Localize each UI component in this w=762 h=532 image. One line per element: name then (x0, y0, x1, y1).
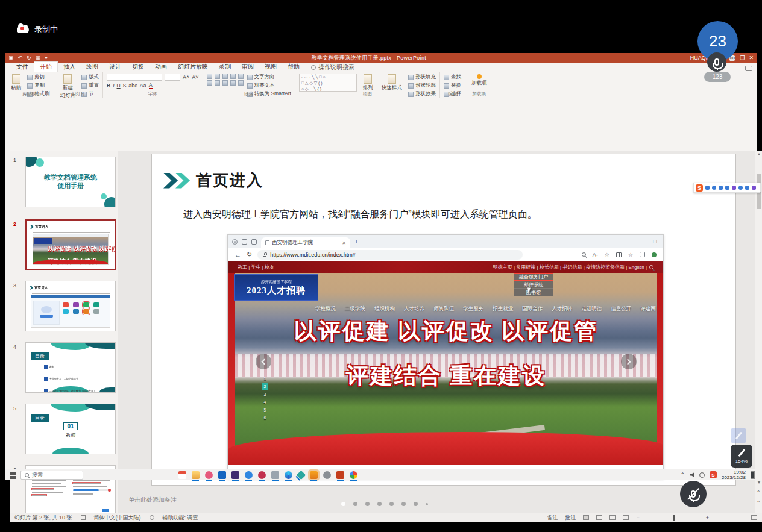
previous-slide-button[interactable]: ⌃ (755, 489, 762, 496)
slide-sorter-icon[interactable] (596, 515, 602, 520)
copy-button[interactable]: 复制 (27, 82, 50, 89)
save-icon[interactable]: ▣ (8, 55, 14, 61)
tab-insert[interactable]: 插入 (58, 62, 81, 72)
tab-animations[interactable]: 动画 (150, 62, 172, 72)
cut-button[interactable]: 剪切 (27, 74, 50, 81)
tab-help[interactable]: 帮助 (282, 62, 305, 72)
record-icon[interactable]: ▦ (36, 55, 41, 61)
ime-mic-icon[interactable] (719, 186, 723, 190)
decrease-font-icon[interactable]: A˅ (192, 74, 198, 80)
accessibility-status[interactable]: 辅助功能: 调查 (163, 514, 198, 522)
outlook-icon[interactable] (218, 471, 226, 479)
taskbar-search[interactable]: 搜索 (20, 471, 83, 480)
tab-draw[interactable]: 绘图 (81, 62, 104, 72)
decrease-indent-icon[interactable] (222, 74, 228, 79)
align-left-icon[interactable] (207, 80, 212, 86)
start-button[interactable] (5, 471, 20, 479)
meeting-app-icon-active[interactable] (310, 471, 318, 479)
columns-icon[interactable] (238, 80, 244, 86)
language-status[interactable]: 简体中文(中国大陆) (94, 514, 141, 522)
file-explorer-icon[interactable] (192, 471, 200, 479)
current-slide-canvas[interactable]: 首页进入 进入西安明德理工学院官方网站，找到“融合服务门户”模块即可进入系统管理… (151, 154, 736, 486)
replace-button[interactable]: 替换 (444, 82, 461, 89)
undo-icon[interactable]: ↶ (18, 55, 23, 61)
layout-button[interactable]: 版式 (81, 74, 99, 81)
settings-gear-icon[interactable] (323, 471, 331, 479)
bold-button[interactable]: B (107, 83, 110, 89)
align-right-icon[interactable] (222, 80, 228, 86)
next-slide-button[interactable]: ⌄ (755, 497, 762, 505)
line-spacing-icon[interactable] (238, 74, 244, 79)
comments-bubble-icon[interactable] (745, 66, 752, 71)
shape-fill-button[interactable]: 形状填充 (408, 74, 436, 81)
reading-view-icon[interactable] (609, 515, 616, 520)
microphone-button[interactable] (707, 52, 726, 72)
shapes-gallery[interactable]: ▭ ▭ ╲ ╲ □ ○□ △ ◇ ▽ ( )○ ◇ ─ ╲ { } (299, 74, 357, 92)
tab-home[interactable]: 开始 (34, 61, 58, 72)
teal-app-icon[interactable] (297, 470, 306, 480)
chrome-icon[interactable] (350, 471, 357, 479)
find-button[interactable]: 查找 (444, 74, 461, 81)
tab-slideshow[interactable]: 幻灯片放映 (172, 62, 213, 72)
change-case-icon[interactable]: Aa (140, 83, 146, 89)
font-size-combobox[interactable] (165, 74, 180, 81)
zoom-slider[interactable] (647, 518, 699, 518)
ime-toolbar[interactable]: S (693, 183, 761, 193)
annotation-pen-ghost-icon[interactable] (731, 428, 746, 443)
italic-button[interactable]: I (113, 83, 114, 89)
quick-styles-button[interactable]: 快速样式 (379, 74, 405, 92)
increase-font-icon[interactable]: A˄ (183, 74, 189, 80)
pink-app-icon[interactable] (205, 471, 213, 479)
tray-expand-icon[interactable]: ⌃ (680, 472, 685, 478)
font-name-combobox[interactable] (107, 74, 162, 81)
screen-annotation-tool[interactable]: 154% (731, 445, 752, 468)
char-spacing-icon[interactable]: abc (128, 83, 137, 89)
network-icon[interactable] (699, 472, 705, 478)
red-app-icon[interactable] (258, 471, 266, 479)
ime-keyboard-icon[interactable] (725, 186, 729, 190)
edge-icon[interactable] (285, 471, 292, 479)
paste-button[interactable]: 粘贴 (8, 74, 24, 92)
sogou-logo-icon[interactable]: S (696, 184, 703, 192)
comments-toggle[interactable]: 批注 (565, 514, 576, 522)
tab-review[interactable]: 审阅 (236, 62, 259, 72)
photos-app-icon[interactable] (271, 471, 279, 479)
arrange-button[interactable]: 排列 (361, 74, 376, 92)
ime-lang-icon[interactable] (705, 186, 710, 190)
thumbnail-slide-1[interactable]: 教学文档管理系统使用手册 (25, 157, 116, 207)
zoom-in-icon[interactable]: + (706, 515, 709, 521)
taskbar-clock[interactable]: 19:02 2023/12/28 (722, 469, 746, 480)
underline-button[interactable]: U (117, 83, 121, 89)
increase-indent-icon[interactable] (230, 74, 236, 79)
vertical-scrollbar[interactable]: ▲ ▼ (755, 151, 762, 513)
thumbnail-slide-5[interactable]: 目录 01 教师 (25, 404, 116, 454)
tab-file[interactable]: 文件 (11, 62, 34, 72)
numbering-icon[interactable] (215, 74, 220, 79)
close-button[interactable]: ✕ (749, 55, 754, 61)
notification-center-icon[interactable] (751, 471, 755, 479)
qat-dropdown-icon[interactable]: ▾ (45, 55, 48, 61)
zoom-out-icon[interactable]: − (636, 515, 639, 521)
tab-transitions[interactable]: 切换 (127, 62, 150, 72)
thumbnail-slide-4[interactable]: 目录 教师 专业负责人、二级学院院长 二级教学管理团队、教学秘书（四级/专员） (25, 342, 116, 393)
maximize-button[interactable]: ❐ (740, 55, 745, 61)
ime-skin-icon[interactable] (732, 186, 736, 190)
spellcheck-icon[interactable] (81, 515, 86, 520)
ime-settings-icon[interactable] (752, 186, 756, 190)
fit-slide-icon[interactable] (751, 515, 757, 520)
font-color-icon[interactable]: A (149, 82, 153, 89)
calendar-app-icon[interactable] (178, 471, 186, 479)
ime-pen-icon[interactable] (712, 186, 716, 190)
bullets-icon[interactable] (207, 74, 212, 79)
addins-button[interactable]: 加载项 (469, 74, 490, 87)
tell-me-search[interactable]: 操作说明搜索 (305, 63, 354, 72)
thumbnail-slide-2-selected[interactable]: 首页进入 以评促建 以评促改 以评促管 评建结合 重在建设 (25, 219, 116, 270)
scroll-down-arrow[interactable]: ▼ (757, 480, 761, 485)
notes-toggle[interactable]: 备注 (547, 514, 558, 522)
align-text-button[interactable]: 对齐文本 (247, 82, 291, 89)
muted-microphone-button[interactable] (680, 481, 707, 507)
tab-design[interactable]: 设计 (104, 62, 127, 72)
slideshow-icon[interactable] (623, 515, 629, 520)
tab-record[interactable]: 录制 (213, 62, 236, 72)
thumbnail-slide-3[interactable]: 首页进入 (25, 281, 116, 331)
